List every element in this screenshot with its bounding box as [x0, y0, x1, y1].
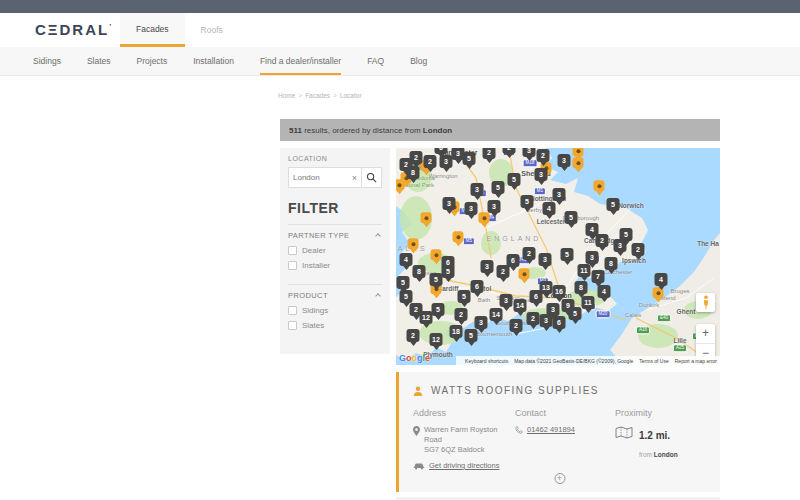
map-cluster-marker[interactable]: 6	[435, 148, 448, 154]
map-cluster-marker[interactable]: 2	[510, 319, 523, 332]
map-cluster-marker[interactable]: 4	[655, 273, 668, 286]
map-cluster-marker[interactable]: 6	[530, 290, 543, 303]
map-cluster-marker[interactable]: 3	[523, 148, 536, 157]
map-cluster-marker[interactable]: 3	[500, 294, 513, 307]
attribution-keyboard-shortcuts[interactable]: Keyboard shortcuts	[465, 358, 508, 364]
nav-item-projects[interactable]: Projects	[137, 47, 168, 75]
map-cluster-marker[interactable]: 2	[483, 148, 496, 159]
nav-item-faq[interactable]: FAQ	[367, 47, 384, 75]
nav-item-find-a-dealer-installer[interactable]: Find a dealer/installer	[260, 47, 341, 75]
attribution-terms-of-use[interactable]: Terms of Use	[639, 358, 668, 364]
map-cluster-marker[interactable]: 3	[481, 260, 494, 273]
checkbox-sidings[interactable]	[288, 306, 297, 315]
map-cluster-marker[interactable]: 3	[440, 155, 453, 168]
map-cluster-marker[interactable]: 2	[632, 243, 645, 256]
nav-item-blog[interactable]: Blog	[410, 47, 427, 75]
map-cluster-marker[interactable]: 2	[407, 329, 420, 342]
phone-link[interactable]: 01462 491894	[527, 425, 575, 434]
map-cluster-marker[interactable]: 2	[596, 234, 609, 247]
map-cluster-marker[interactable]: 8	[605, 257, 618, 270]
google-logo[interactable]: Google	[399, 353, 430, 363]
filter-section-header[interactable]: PARTNER TYPE	[288, 231, 382, 240]
map-cluster-marker[interactable]: 3	[547, 303, 560, 316]
breadcrumb-item-facades[interactable]: Facades	[305, 92, 330, 99]
nav-item-installation[interactable]: Installation	[193, 47, 234, 75]
map-cluster-marker[interactable]: 3	[535, 168, 548, 181]
map-dealer-marker[interactable]	[431, 249, 442, 260]
map-cluster-marker[interactable]: 5	[465, 329, 478, 342]
map-cluster-marker[interactable]: 5	[492, 181, 505, 194]
map-dealer-marker[interactable]	[479, 212, 490, 223]
map-cluster-marker[interactable]: 12	[430, 333, 443, 346]
map-cluster-marker[interactable]: 3	[475, 316, 488, 329]
map-cluster-marker[interactable]: 2	[503, 148, 516, 154]
tab-roofs[interactable]: Roofs	[185, 13, 239, 47]
map-cluster-marker[interactable]: 2	[537, 149, 550, 162]
map-cluster-marker[interactable]: 3	[539, 253, 552, 266]
filter-option-installer[interactable]: Installer	[288, 261, 382, 270]
search-button[interactable]	[361, 167, 381, 188]
map-cluster-marker[interactable]: 2	[527, 312, 540, 325]
map-cluster-marker[interactable]: 5	[430, 273, 443, 286]
map-cluster-marker[interactable]: 5	[565, 211, 578, 224]
map-cluster-marker[interactable]: 4	[400, 253, 413, 266]
breadcrumb-item-locator[interactable]: Locator	[340, 92, 362, 99]
map-dealer-marker[interactable]	[396, 179, 405, 190]
map-cluster-marker[interactable]: 8	[407, 166, 420, 179]
map-cluster-marker[interactable]: 5	[521, 195, 534, 208]
map-cluster-marker[interactable]: 2	[410, 303, 423, 316]
get-directions-link[interactable]: Get driving directions	[429, 461, 499, 470]
map-cluster-marker[interactable]: 5	[607, 198, 620, 211]
map-cluster-marker[interactable]: 5	[561, 248, 574, 261]
map-cluster-marker[interactable]: 8	[575, 281, 588, 294]
map-cluster-marker[interactable]: 5	[463, 152, 476, 165]
map-dealer-marker[interactable]	[421, 212, 432, 223]
map-cluster-marker[interactable]: 14	[514, 299, 527, 312]
checkbox-dealer[interactable]	[288, 246, 297, 255]
pegman-control[interactable]	[696, 293, 715, 312]
map-cluster-marker[interactable]: 16	[553, 285, 566, 298]
clear-icon[interactable]: ×	[348, 173, 361, 183]
filter-option-slates[interactable]: Slates	[288, 321, 382, 330]
map-cluster-marker[interactable]: 8	[413, 265, 426, 278]
checkbox-installer[interactable]	[288, 261, 297, 270]
breadcrumb-item-home[interactable]: Home	[278, 92, 295, 99]
map-dealer-marker[interactable]	[573, 148, 584, 156]
location-search-input[interactable]	[289, 173, 348, 182]
map-cluster-marker[interactable]: 3	[488, 200, 501, 213]
map-cluster-marker[interactable]: 9	[562, 299, 575, 312]
map-cluster-marker[interactable]: 3	[553, 188, 566, 201]
map-dealer-marker[interactable]	[453, 231, 464, 242]
map-cluster-marker[interactable]: 3	[558, 154, 571, 167]
zoom-in-button[interactable]: +	[696, 324, 715, 344]
map-cluster-marker[interactable]: 5	[458, 290, 471, 303]
map-cluster-marker[interactable]: 3	[586, 251, 599, 264]
map-dealer-marker[interactable]	[408, 238, 419, 249]
map-dealer-marker[interactable]	[573, 157, 584, 168]
map-cluster-marker[interactable]: 5	[620, 228, 633, 241]
map-cluster-marker[interactable]: 11	[578, 264, 591, 277]
checkbox-slates[interactable]	[288, 321, 297, 330]
map-cluster-marker[interactable]: 2	[424, 155, 437, 168]
map-cluster-marker[interactable]: 5	[442, 265, 455, 278]
expand-card-button[interactable]: +	[554, 473, 565, 484]
map-cluster-marker[interactable]: 5	[397, 276, 410, 289]
map-cluster-marker[interactable]: 3	[465, 202, 478, 215]
map-cluster-marker[interactable]: 2	[455, 308, 468, 321]
map-cluster-marker[interactable]: 7	[592, 270, 605, 283]
nav-item-slates[interactable]: Slates	[87, 47, 111, 75]
map-cluster-marker[interactable]: 5	[432, 303, 445, 316]
cedral-logo[interactable]: CΞDRAL’	[35, 21, 111, 38]
map-cluster-marker[interactable]: 4	[543, 202, 556, 215]
map-dealer-marker[interactable]	[519, 268, 530, 279]
map-cluster-marker[interactable]: 14	[490, 308, 503, 321]
filter-option-dealer[interactable]: Dealer	[288, 246, 382, 255]
map-cluster-marker[interactable]: 3	[471, 183, 484, 196]
tab-facades[interactable]: Facades	[120, 13, 185, 47]
map-cluster-marker[interactable]: 2	[523, 247, 536, 260]
attribution-report-a-map-error[interactable]: Report a map error	[675, 358, 717, 364]
filter-section-header[interactable]: PRODUCT	[288, 291, 382, 300]
map[interactable]: ManchesterLiverpoolWarringtonSheffieldNo…	[396, 148, 720, 365]
nav-item-sidings[interactable]: Sidings	[33, 47, 61, 75]
map-cluster-marker[interactable]: 6	[471, 280, 484, 293]
